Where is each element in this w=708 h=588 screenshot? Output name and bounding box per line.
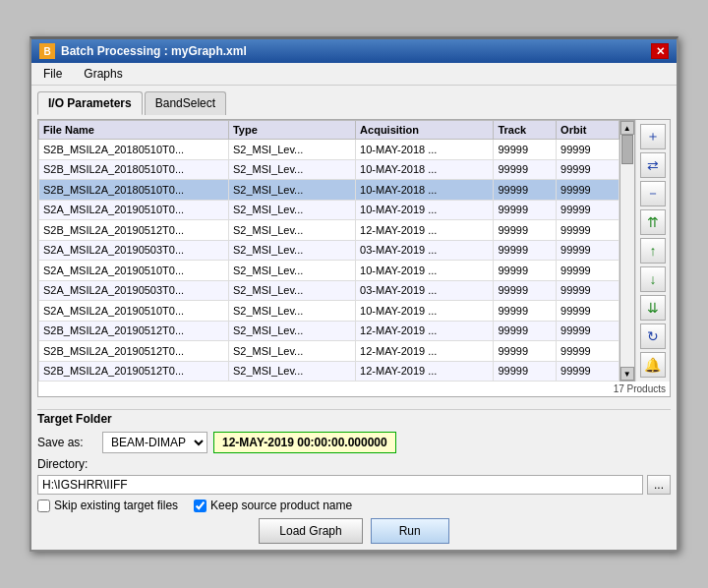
- table-row[interactable]: S2A_MSIL2A_20190503T0...S2_MSI_Lev...03-…: [39, 240, 620, 261]
- table-cell: S2A_MSIL2A_20190503T0...: [39, 280, 229, 301]
- close-button[interactable]: ✕: [651, 43, 669, 59]
- table-cell: 03-MAY-2019 ...: [356, 280, 494, 301]
- table-cell: 99999: [494, 220, 557, 241]
- menu-graphs[interactable]: Graphs: [78, 65, 128, 83]
- table-cell: S2_MSI_Lev...: [228, 361, 355, 382]
- skip-existing-checkbox-label[interactable]: Skip existing target files: [37, 499, 178, 512]
- table-cell: 12-MAY-2019 ...: [356, 341, 494, 362]
- save-format-dropdown[interactable]: BEAM-DIMAP GeoTIFF NetCDF: [102, 432, 207, 453]
- scroll-down-btn[interactable]: ▼: [620, 367, 634, 381]
- col-acquisition: Acquisition: [356, 121, 494, 140]
- content-area: I/O Parameters BandSelect File Name Type…: [31, 86, 677, 403]
- table-cell: S2B_MSIL2A_20190512T0...: [39, 220, 229, 241]
- table-row[interactable]: S2B_MSIL2A_20190512T0...S2_MSI_Lev...12-…: [39, 361, 620, 382]
- keep-source-checkbox[interactable]: [194, 500, 206, 512]
- table-cell: S2B_MSIL2A_20190512T0...: [39, 361, 229, 382]
- save-as-label: Save as:: [37, 436, 96, 449]
- remove-button[interactable]: －: [640, 181, 666, 206]
- table-cell: 99999: [557, 200, 620, 220]
- notify-button[interactable]: 🔔: [640, 352, 666, 378]
- skip-existing-checkbox[interactable]: [37, 500, 50, 512]
- directory-input[interactable]: [37, 475, 643, 495]
- table-cell: S2_MSI_Lev...: [228, 220, 355, 241]
- scroll-up-btn[interactable]: ▲: [620, 121, 634, 135]
- table-cell: 10-MAY-2019 ...: [356, 261, 494, 281]
- table-cell: S2B_MSIL2A_20190512T0...: [39, 321, 229, 341]
- table-cell: S2_MSI_Lev...: [228, 261, 355, 281]
- table-cell: S2B_MSIL2A_20180510T0...: [39, 180, 229, 201]
- move-top-button[interactable]: ⇈: [640, 209, 666, 235]
- table-row[interactable]: S2A_MSIL2A_20190510T0...S2_MSI_Lev...10-…: [39, 200, 620, 220]
- refresh-button[interactable]: ↻: [640, 323, 666, 349]
- table-row[interactable]: S2B_MSIL2A_20190512T0...S2_MSI_Lev...12-…: [39, 220, 620, 241]
- keep-source-checkbox-label[interactable]: Keep source product name: [194, 499, 352, 512]
- tab-io-parameters[interactable]: I/O Parameters: [37, 91, 143, 115]
- browse-button[interactable]: ...: [647, 475, 671, 495]
- directory-input-row: ...: [37, 475, 671, 495]
- table-cell: S2B_MSIL2A_20180510T0...: [39, 159, 229, 180]
- table-cell: S2_MSI_Lev...: [228, 321, 355, 341]
- table-cell: 99999: [494, 261, 557, 281]
- file-table: File Name Type Acquisition Track Orbit S…: [38, 120, 620, 382]
- move-up-button[interactable]: ↑: [640, 238, 666, 264]
- bottom-section: Target Folder Save as: BEAM-DIMAP GeoTIF…: [31, 403, 677, 550]
- table-row[interactable]: S2A_MSIL2A_20190510T0...S2_MSI_Lev...10-…: [39, 261, 620, 281]
- table-cell: S2A_MSIL2A_20190510T0...: [39, 261, 229, 281]
- vertical-scrollbar[interactable]: ▲ ▼: [620, 120, 635, 382]
- tab-content: File Name Type Acquisition Track Orbit S…: [37, 119, 671, 397]
- move-bottom-button[interactable]: ⇊: [640, 295, 666, 321]
- scroll-thumb[interactable]: [621, 135, 633, 164]
- table-row[interactable]: S2B_MSIL2A_20180510T0...S2_MSI_Lev...10-…: [39, 159, 620, 180]
- move-down-button[interactable]: ↓: [640, 266, 666, 292]
- products-count: 17 Products: [38, 382, 670, 396]
- table-cell: S2_MSI_Lev...: [228, 301, 355, 322]
- table-cell: 99999: [494, 301, 557, 322]
- table-cell: 12-MAY-2019 ...: [356, 220, 494, 241]
- table-cell: 99999: [557, 280, 620, 301]
- table-cell: S2_MSI_Lev...: [228, 341, 355, 362]
- scroll-track: [620, 135, 634, 367]
- table-row[interactable]: S2A_MSIL2A_20190503T0...S2_MSI_Lev...03-…: [39, 280, 620, 301]
- col-filename: File Name: [39, 121, 229, 140]
- table-row[interactable]: S2B_MSIL2A_20190512T0...S2_MSI_Lev...12-…: [39, 341, 620, 362]
- checkbox-row: Skip existing target files Keep source p…: [37, 499, 671, 512]
- table-cell: 99999: [557, 321, 620, 341]
- load-graph-button[interactable]: Load Graph: [259, 518, 362, 544]
- table-cell: 99999: [557, 261, 620, 281]
- save-as-row: Save as: BEAM-DIMAP GeoTIFF NetCDF 12-MA…: [37, 432, 671, 453]
- table-cell: 99999: [557, 240, 620, 261]
- table-cell: 99999: [494, 280, 557, 301]
- table-cell: S2_MSI_Lev...: [228, 159, 355, 180]
- table-cell: S2A_MSIL2A_20190510T0...: [39, 200, 229, 220]
- table-cell: 12-MAY-2019 ...: [356, 361, 494, 382]
- table-cell: 99999: [557, 159, 620, 180]
- table-cell: S2A_MSIL2A_20190503T0...: [39, 240, 229, 261]
- table-cell: S2A_MSIL2A_20190510T0...: [39, 301, 229, 322]
- table-cell: 99999: [557, 180, 620, 201]
- table-cell: 99999: [557, 341, 620, 362]
- menu-bar: File Graphs: [31, 63, 677, 86]
- datetime-display: 12-MAY-2019 00:00:00.000000: [213, 432, 396, 453]
- action-buttons-row: Load Graph Run: [37, 518, 671, 544]
- tab-bandselect[interactable]: BandSelect: [145, 91, 226, 115]
- table-row[interactable]: S2A_MSIL2A_20190510T0...S2_MSI_Lev...10-…: [39, 301, 620, 322]
- replace-button[interactable]: ⇄: [640, 152, 666, 178]
- table-cell: 99999: [494, 180, 557, 201]
- menu-file[interactable]: File: [37, 65, 68, 83]
- table-row[interactable]: S2B_MSIL2A_20180510T0...S2_MSI_Lev...10-…: [39, 180, 620, 201]
- table-cell: 99999: [557, 140, 620, 160]
- table-row[interactable]: S2B_MSIL2A_20180510T0...S2_MSI_Lev...10-…: [39, 140, 620, 160]
- title-bar: B Batch Processing : myGraph.xml ✕: [31, 39, 677, 63]
- keep-source-label: Keep source product name: [210, 499, 352, 512]
- table-cell: S2_MSI_Lev...: [228, 200, 355, 220]
- run-button[interactable]: Run: [371, 518, 449, 544]
- col-type: Type: [228, 121, 355, 140]
- table-cell: 12-MAY-2019 ...: [356, 321, 494, 341]
- table-cell: 99999: [494, 361, 557, 382]
- table-cell: 10-MAY-2018 ...: [356, 140, 494, 160]
- add-button[interactable]: ＋: [640, 124, 666, 149]
- table-row[interactable]: S2B_MSIL2A_20190512T0...S2_MSI_Lev...12-…: [39, 321, 620, 341]
- table-cell: S2_MSI_Lev...: [228, 280, 355, 301]
- skip-existing-label: Skip existing target files: [54, 499, 178, 512]
- file-table-container: File Name Type Acquisition Track Orbit S…: [38, 120, 670, 382]
